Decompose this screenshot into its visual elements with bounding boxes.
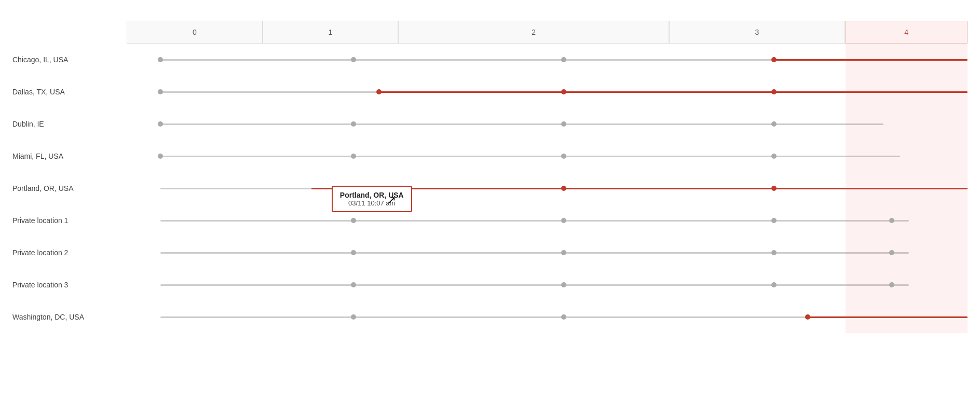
dot-gray: [889, 282, 894, 287]
table-row: Washington, DC, USA: [12, 301, 968, 333]
track-bg: [160, 156, 901, 157]
table-row: Miami, FL, USA: [12, 140, 968, 172]
total-failed-label: [12, 21, 127, 44]
table-row: Private location 1: [12, 204, 968, 237]
row-label: Private location 2: [12, 249, 127, 257]
table-row: Dallas, TX, USA: [12, 76, 968, 108]
row-label: Portland, OR, USA: [12, 184, 127, 192]
row-chart: [127, 44, 968, 76]
all-locations-chart: 01234 Chicago, IL, USADallas, TX, USADub…: [12, 21, 968, 333]
dot-gray: [561, 121, 566, 127]
track-red: [311, 188, 968, 189]
dot-gray: [771, 250, 777, 255]
row-label: Dallas, TX, USA: [12, 88, 127, 96]
track-red: [808, 316, 968, 318]
track-bg: [160, 284, 909, 286]
dot-gray: [561, 314, 566, 320]
dot-gray: [351, 218, 356, 223]
dot-red: [771, 57, 777, 62]
row-label: Dublin, IE: [12, 120, 127, 128]
row-label: Chicago, IL, USA: [12, 56, 127, 64]
track-bg: [160, 220, 909, 222]
data-rows-container: Chicago, IL, USADallas, TX, USADublin, I…: [12, 44, 968, 333]
dot-gray: [561, 218, 566, 223]
dot-red: [771, 186, 777, 191]
dot-gray: [771, 282, 777, 287]
row-chart: [127, 301, 968, 333]
dot-gray: [771, 154, 777, 159]
track-red: [774, 59, 968, 61]
dot-red: [561, 186, 566, 191]
row-label: Washington, DC, USA: [12, 313, 127, 321]
table-row: Chicago, IL, USA: [12, 44, 968, 76]
table-row: Portland, OR, USAPortland, OR, USA03/11 …: [12, 172, 968, 204]
dot-gray: [351, 121, 356, 127]
dot-gray: [351, 250, 356, 255]
dot-red: [376, 186, 382, 191]
row-chart: [127, 269, 968, 301]
row-label: Private location 1: [12, 216, 127, 225]
dot-red: [561, 89, 566, 94]
dot-gray: [561, 154, 566, 159]
dot-gray: [351, 282, 356, 287]
row-label: Private location 3: [12, 281, 127, 289]
dot-gray: [351, 314, 356, 320]
dot-gray: [158, 121, 163, 127]
table-row: Private location 2: [12, 237, 968, 269]
table-row: Dublin, IE: [12, 108, 968, 140]
track-bg: [160, 252, 909, 254]
header-col-2: 2: [398, 21, 669, 44]
dot-red: [805, 314, 810, 320]
header-row: 01234: [12, 21, 968, 44]
row-label: Miami, FL, USA: [12, 152, 127, 160]
dot-gray: [351, 57, 356, 62]
dot-gray: [771, 121, 777, 127]
dot-gray: [561, 250, 566, 255]
dot-red: [771, 89, 777, 94]
dot-gray: [771, 218, 777, 223]
row-chart: [127, 237, 968, 269]
header-col-3: 3: [669, 21, 846, 44]
row-chart: [127, 172, 968, 204]
dot-gray: [351, 154, 356, 159]
row-chart: [127, 140, 968, 172]
dot-gray: [561, 57, 566, 62]
dot-gray: [158, 89, 163, 94]
header-col-4: 4: [845, 21, 968, 44]
dot-gray: [889, 250, 894, 255]
row-chart: [127, 76, 968, 108]
row-chart: [127, 108, 968, 140]
dot-gray: [561, 282, 566, 287]
header-col-0: 0: [127, 21, 263, 44]
dot-gray: [158, 154, 163, 159]
dot-gray: [889, 218, 894, 223]
row-chart: [127, 204, 968, 237]
table-row: Private location 3: [12, 269, 968, 301]
dot-gray: [158, 57, 163, 62]
track-red: [379, 91, 968, 93]
header-segments: 01234: [127, 21, 968, 44]
header-col-1: 1: [263, 21, 399, 44]
dot-red: [376, 89, 382, 94]
